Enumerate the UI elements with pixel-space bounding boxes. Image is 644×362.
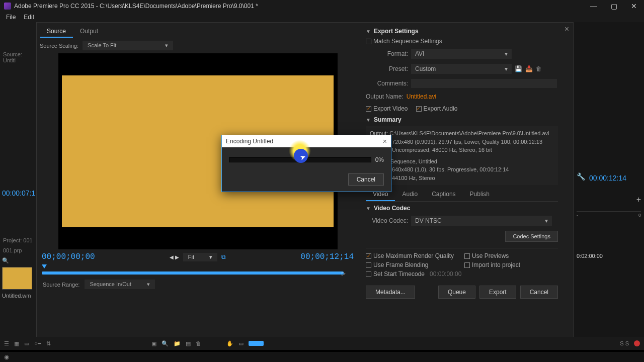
tool-icon[interactable]: ▭ <box>238 340 244 347</box>
delete-preset-icon[interactable]: 🗑 <box>536 65 542 72</box>
list-view-icon[interactable]: ☰ <box>4 340 9 347</box>
max-render-checkbox[interactable]: ✓Use Maximum Render Quality <box>366 252 459 259</box>
icon-view-icon[interactable]: ▦ <box>14 340 19 347</box>
codec-tabs: Video Audio Captions Publish <box>366 188 558 202</box>
sort-icon[interactable]: ⇅ <box>46 340 51 347</box>
encoding-dialog-title: Encoding Untitled <box>226 138 273 145</box>
trash-icon[interactable]: 🗑 <box>196 340 201 346</box>
window-controls: — ▢ ✕ <box>584 0 644 12</box>
crop-icon[interactable]: ⧉ <box>221 253 226 260</box>
preset-dropdown[interactable]: Custom▾ <box>411 64 512 74</box>
find-icon[interactable]: 🔍 <box>162 340 169 347</box>
export-close-button[interactable]: × <box>565 25 569 34</box>
encoding-dialog: Encoding Untitled × 0% Cancel <box>221 135 391 192</box>
far-right-panel: 🔧 00:00:12:14 + -0 0:02:00:00 <box>574 22 644 349</box>
menu-file[interactable]: File <box>2 14 20 21</box>
encoding-dialog-titlebar[interactable]: Encoding Untitled × <box>222 135 391 147</box>
video-codec-dropdown[interactable]: DV NTSC▾ <box>411 216 552 226</box>
new-bin-icon[interactable]: ▣ <box>151 340 156 347</box>
hand-tool-icon[interactable]: ✋ <box>226 340 233 347</box>
project-thumbnail[interactable] <box>2 267 32 290</box>
minimize-button[interactable]: — <box>584 0 604 12</box>
encoding-close-button[interactable]: × <box>383 137 387 145</box>
close-button[interactable]: ✕ <box>624 0 644 12</box>
save-preset-icon[interactable]: 💾 <box>515 65 522 72</box>
wrench-icon[interactable]: 🔧 <box>577 172 585 180</box>
info-icon[interactable]: ◉ <box>4 353 9 360</box>
triangle-down-icon: ▼ <box>366 206 371 211</box>
progress-percent: 0% <box>375 156 384 163</box>
export-video-checkbox[interactable]: ✓Export Video <box>366 105 408 112</box>
project-file[interactable]: 001.prp <box>2 245 34 255</box>
record-indicator[interactable] <box>634 340 640 346</box>
tab-captions[interactable]: Captions <box>425 188 462 201</box>
summary-header[interactable]: ▼ Summary <box>366 116 558 123</box>
folder-icon[interactable]: 📁 <box>174 340 181 347</box>
app-icon <box>4 3 11 10</box>
scaling-dropdown[interactable]: Scale To Fit▾ <box>83 41 173 50</box>
export-timeline[interactable]: ▷ <box>40 264 356 277</box>
summary-box: Output: C:\Users\KLS4E\Documents\Adobe\P… <box>366 126 558 185</box>
fit-dropdown[interactable]: Fit▾ <box>183 253 217 261</box>
freeform-icon[interactable]: ▭ <box>24 340 29 347</box>
metadata-button[interactable]: Metadata... <box>366 286 415 299</box>
tab-publish[interactable]: Publish <box>463 188 497 201</box>
project-label: Project: 001 <box>2 235 34 245</box>
add-button[interactable]: + <box>636 195 641 204</box>
scaling-row: Source Scaling: Scale To Fit▾ <box>40 41 356 50</box>
maximize-button[interactable]: ▢ <box>604 0 624 12</box>
play-icon[interactable]: ◀ ▶ <box>170 254 179 260</box>
tab-output[interactable]: Output <box>73 26 105 38</box>
export-audio-checkbox[interactable]: ✓Export Audio <box>416 105 458 112</box>
format-dropdown[interactable]: AVI▾ <box>411 49 512 59</box>
chevron-down-icon: ▾ <box>505 65 508 72</box>
queue-button[interactable]: Queue <box>438 286 475 299</box>
chevron-down-icon: ▾ <box>147 281 150 288</box>
menu-edit[interactable]: Edit <box>20 14 38 21</box>
comments-input[interactable] <box>411 79 557 88</box>
export-button[interactable]: Export <box>479 286 516 299</box>
format-label: Format: <box>366 50 408 57</box>
scaling-label: Source Scaling: <box>40 43 78 49</box>
export-settings-header[interactable]: ▼ Export Settings <box>366 28 558 35</box>
zoom-slider[interactable]: ○━ <box>34 340 41 347</box>
chevron-down-icon: ▾ <box>545 217 548 224</box>
codec-settings-button[interactable]: Codec Settings <box>505 231 558 242</box>
match-sequence-checkbox[interactable]: Match Sequence Settings <box>366 38 558 45</box>
tab-audio[interactable]: Audio <box>395 188 425 201</box>
preset-label: Preset: <box>366 65 408 72</box>
far-left-panel: Source: Untitl 00:00:07:1 Project: 001 0… <box>0 22 36 349</box>
new-item-icon[interactable]: ▤ <box>186 340 191 347</box>
window-title: Adobe Premiere Pro CC 2015 - C:\Users\KL… <box>14 3 258 10</box>
render-options: ✓Use Maximum Render Quality Use Previews… <box>366 248 558 278</box>
right-timecode-2: 0:02:00:00 <box>577 253 641 259</box>
encoding-cancel-button[interactable]: Cancel <box>348 173 384 186</box>
timeline-clip[interactable] <box>249 341 264 346</box>
set-start-timecode-checkbox[interactable]: Set Start Timecode 00:00:00:00 <box>366 270 558 278</box>
cancel-button[interactable]: Cancel <box>520 286 558 299</box>
end-timecode[interactable]: 00;00;12;14 <box>300 252 354 261</box>
video-codec-label: Video Codec: <box>366 217 408 224</box>
outputname-link[interactable]: Untitled.avi <box>407 93 436 100</box>
source-range-dropdown[interactable]: Sequence In/Out▾ <box>85 280 155 289</box>
out-marker[interactable]: ▷ <box>342 270 346 276</box>
playhead-marker[interactable] <box>42 264 47 268</box>
import-project-checkbox[interactable]: Import into project <box>464 261 558 268</box>
start-timecode[interactable]: 00;00;00;00 <box>42 252 95 261</box>
use-previews-checkbox[interactable]: Use Previews <box>464 252 558 259</box>
source-range-label: Source Range: <box>43 282 79 288</box>
timeline-track[interactable] <box>42 272 344 275</box>
progress-bar <box>229 157 371 162</box>
export-action-buttons: Metadata... Queue Export Cancel <box>366 286 558 299</box>
menubar: File Edit <box>0 12 644 22</box>
chevron-down-icon: ▾ <box>505 50 508 57</box>
search-icon[interactable]: 🔍 <box>2 257 34 264</box>
source-panel-label: Source: Untitl <box>2 49 34 65</box>
frame-blending-checkbox[interactable]: Use Frame Blending <box>366 261 459 268</box>
outputname-label: Output Name: <box>366 93 404 100</box>
right-timecode: 00:00:12:14 <box>589 174 626 182</box>
video-codec-header[interactable]: ▼ Video Codec <box>366 205 558 212</box>
import-preset-icon[interactable]: 📥 <box>525 65 533 72</box>
source-range-row: Source Range: Sequence In/Out▾ <box>40 277 356 292</box>
tab-source[interactable]: Source <box>40 26 73 38</box>
